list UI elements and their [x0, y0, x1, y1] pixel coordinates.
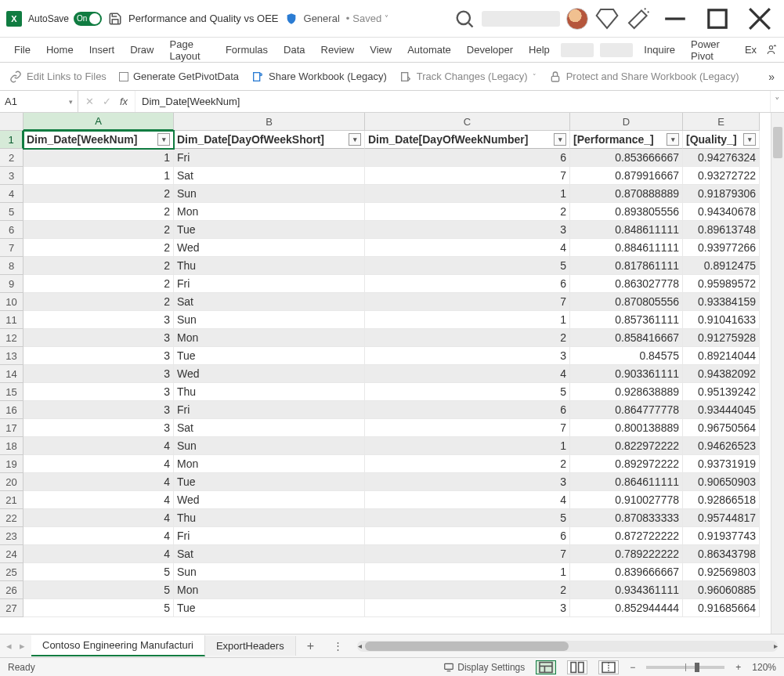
cell[interactable]: 0.864777778: [570, 401, 683, 419]
cell[interactable]: 0.96060885: [683, 581, 760, 599]
cell[interactable]: 0.934361111: [570, 581, 683, 599]
row-header[interactable]: 4: [0, 185, 23, 203]
zoom-in-button[interactable]: +: [735, 662, 741, 673]
row-header[interactable]: 1: [0, 131, 23, 149]
cell[interactable]: 7: [365, 419, 570, 437]
cell[interactable]: Wed: [174, 365, 365, 383]
cell[interactable]: 7: [365, 545, 570, 563]
cell[interactable]: 0.93977266: [683, 239, 760, 257]
cell[interactable]: 3: [23, 329, 174, 347]
cell[interactable]: 0.870805556: [570, 293, 683, 311]
document-title[interactable]: Performance and Quality vs OEE: [128, 13, 278, 24]
cell[interactable]: 3: [23, 419, 174, 437]
tab-page-layout[interactable]: Page Layout: [162, 34, 218, 67]
name-box[interactable]: A1 ▾: [0, 91, 78, 112]
table-header-cell[interactable]: Dim_Date[WeekNum]▾: [23, 131, 174, 149]
cmd-overflow[interactable]: »: [768, 70, 775, 83]
horizontal-scrollbar[interactable]: ◂ ▸: [357, 641, 778, 652]
cell[interactable]: 4: [23, 527, 174, 545]
row-header[interactable]: 5: [0, 203, 23, 221]
cell[interactable]: 4: [365, 239, 570, 257]
row-header[interactable]: 20: [0, 473, 23, 491]
cell[interactable]: 7: [365, 167, 570, 185]
cell[interactable]: 0.857361111: [570, 311, 683, 329]
cell[interactable]: 1: [365, 185, 570, 203]
search-icon[interactable]: [453, 8, 475, 30]
row-header[interactable]: 8: [0, 257, 23, 275]
column-header[interactable]: B: [174, 113, 365, 131]
cell[interactable]: 2: [365, 329, 570, 347]
tab-automate[interactable]: Automate: [399, 39, 459, 60]
row-header[interactable]: 21: [0, 491, 23, 509]
cell[interactable]: 0.94626523: [683, 437, 760, 455]
cell[interactable]: 0.892972222: [570, 455, 683, 473]
cell[interactable]: 5: [23, 563, 174, 581]
cell[interactable]: 0.89613748: [683, 221, 760, 239]
spreadsheet-grid[interactable]: ABCDE1Dim_Date[WeekNum]▾Dim_Date[DayOfWe…: [0, 113, 784, 634]
view-page-layout-button[interactable]: [567, 660, 587, 674]
scroll-right-icon[interactable]: ▸: [770, 641, 781, 652]
cell[interactable]: 2: [23, 293, 174, 311]
cell[interactable]: Mon: [174, 203, 365, 221]
cell[interactable]: Wed: [174, 491, 365, 509]
cell[interactable]: Mon: [174, 581, 365, 599]
cell[interactable]: Mon: [174, 455, 365, 473]
cell[interactable]: 0.858416667: [570, 329, 683, 347]
tab-insert[interactable]: Insert: [81, 39, 123, 60]
cell[interactable]: 4: [23, 545, 174, 563]
filter-icon[interactable]: ▾: [667, 133, 679, 146]
tab-view[interactable]: View: [362, 39, 399, 60]
display-settings-button[interactable]: Display Settings: [443, 662, 525, 673]
cell[interactable]: Sun: [174, 311, 365, 329]
row-header[interactable]: 13: [0, 347, 23, 365]
select-all-corner[interactable]: [0, 113, 23, 131]
autosave-toggle[interactable]: AutoSave On: [28, 12, 102, 26]
cell[interactable]: 0.863027778: [570, 275, 683, 293]
cell[interactable]: 0.91685664: [683, 599, 760, 617]
cell[interactable]: 2: [365, 203, 570, 221]
cell[interactable]: 4: [365, 365, 570, 383]
cell[interactable]: 0.852944444: [570, 599, 683, 617]
cell[interactable]: Thu: [174, 509, 365, 527]
cell[interactable]: Tue: [174, 473, 365, 491]
tab-review[interactable]: Review: [313, 39, 363, 60]
sheet-nav-prev-icon[interactable]: ◂: [6, 640, 12, 652]
cell[interactable]: 0.89214044: [683, 347, 760, 365]
cell[interactable]: 0.91041633: [683, 311, 760, 329]
row-header[interactable]: 23: [0, 527, 23, 545]
cell[interactable]: 5: [365, 257, 570, 275]
cell[interactable]: Fri: [174, 527, 365, 545]
table-header-cell[interactable]: Dim_Date[DayOfWeekNumber]▾: [365, 131, 570, 149]
cell[interactable]: 1: [23, 149, 174, 167]
cell[interactable]: Sat: [174, 167, 365, 185]
row-header[interactable]: 27: [0, 599, 23, 617]
view-page-break-button[interactable]: [598, 660, 619, 674]
cell[interactable]: 2: [23, 203, 174, 221]
cell[interactable]: 5: [365, 509, 570, 527]
cell[interactable]: 5: [23, 581, 174, 599]
scroll-left-icon[interactable]: ◂: [354, 641, 365, 652]
close-button[interactable]: [742, 6, 778, 31]
row-header[interactable]: 15: [0, 383, 23, 401]
cell[interactable]: Sun: [174, 185, 365, 203]
cell[interactable]: 0.91879306: [683, 185, 760, 203]
cell[interactable]: 0.789222222: [570, 545, 683, 563]
cell[interactable]: 3: [23, 401, 174, 419]
cell[interactable]: 0.879916667: [570, 167, 683, 185]
row-header[interactable]: 7: [0, 239, 23, 257]
avatar[interactable]: [566, 8, 588, 30]
row-header[interactable]: 17: [0, 419, 23, 437]
row-header[interactable]: 2: [0, 149, 23, 167]
cell[interactable]: 0.91275928: [683, 329, 760, 347]
filter-icon[interactable]: ▾: [554, 133, 566, 146]
tab-data[interactable]: Data: [276, 39, 313, 60]
zoom-slider[interactable]: [646, 666, 724, 669]
cell[interactable]: Thu: [174, 383, 365, 401]
cell[interactable]: 0.822972222: [570, 437, 683, 455]
cell[interactable]: 0.92866518: [683, 491, 760, 509]
cell[interactable]: 0.800138889: [570, 419, 683, 437]
cell[interactable]: 2: [23, 185, 174, 203]
cell[interactable]: 0.95744817: [683, 509, 760, 527]
cell[interactable]: 6: [365, 275, 570, 293]
cell[interactable]: 7: [365, 293, 570, 311]
